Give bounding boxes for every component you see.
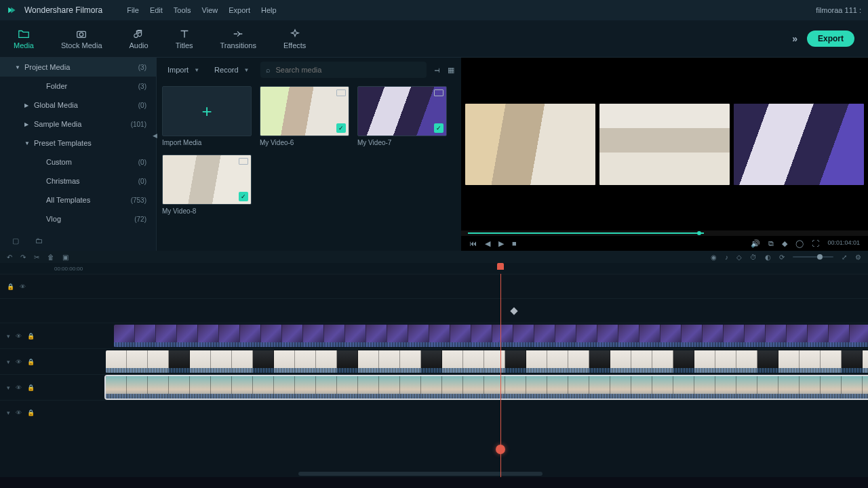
zoom-knob[interactable] (817, 254, 823, 260)
track-row-video-3[interactable]: ▾👁🔒 (0, 323, 868, 348)
eye-icon[interactable]: 👁 (16, 409, 22, 416)
keyframe-marker[interactable] (510, 307, 517, 314)
eye-icon[interactable]: 👁 (20, 283, 26, 290)
menu-tools[interactable]: Tools (174, 6, 191, 14)
timeline-clip[interactable] (114, 325, 868, 347)
color-icon[interactable]: ◐ (765, 253, 771, 261)
sidebar-item-christmas[interactable]: Christmas(0) (0, 171, 156, 190)
render-icon[interactable]: ⟳ (779, 253, 785, 261)
tab-media[interactable]: Media (14, 28, 34, 49)
keyframe-icon[interactable]: ◇ (736, 253, 742, 261)
undo-icon[interactable]: ↶ (7, 253, 12, 261)
lock-icon[interactable]: 🔒 (27, 359, 35, 365)
speed-icon[interactable]: ⏱ (750, 253, 757, 261)
media-item-my-video-6[interactable]: ✓My Video-6 (260, 86, 349, 146)
sidebar-item-count: (3) (138, 83, 146, 90)
search-input[interactable] (276, 66, 422, 74)
stop-button[interactable]: ■ (512, 239, 517, 248)
more-tabs-icon[interactable]: » (792, 33, 797, 44)
media-toolbar: Import▼ Record▼ ⌕ ⫤ ▦ (157, 58, 461, 82)
zoom-slider[interactable] (793, 256, 833, 258)
menu-help[interactable]: Help (261, 6, 277, 14)
caret-icon: ▼ (24, 140, 30, 146)
sidebar-item-project-media[interactable]: ▼Project Media(3) (0, 58, 156, 77)
lock-icon[interactable]: 🔒 (27, 384, 35, 391)
play-button[interactable]: ▶ (498, 239, 504, 248)
timeline-clip[interactable] (106, 350, 868, 373)
scrubber-handle[interactable] (697, 231, 701, 235)
lock-icon[interactable]: 🔒 (27, 409, 35, 416)
step-back-button[interactable]: ◀ (485, 239, 490, 248)
collapse-icon[interactable]: ▾ (7, 409, 10, 416)
collapse-icon[interactable]: ▾ (7, 384, 10, 391)
marker-icon[interactable]: ◆ (782, 239, 787, 248)
preview-viewport[interactable] (461, 58, 868, 230)
snapshot-icon[interactable]: ⧉ (768, 239, 774, 248)
record-dropdown[interactable]: Record▼ (210, 63, 253, 77)
media-item-my-video-7[interactable]: ✓My Video-7 (357, 86, 447, 146)
sidebar-item-folder[interactable]: Folder(3) (0, 77, 156, 96)
playhead-handle[interactable] (497, 263, 504, 270)
lock-icon[interactable]: 🔒 (27, 333, 35, 340)
import-media-thumb[interactable]: + (162, 86, 252, 136)
tab-stock-media[interactable]: Stock Media (61, 28, 102, 49)
grid-view-icon[interactable]: ▦ (448, 66, 454, 75)
export-button[interactable]: Export (807, 30, 854, 47)
search-media[interactable]: ⌕ (260, 62, 427, 78)
collapse-icon[interactable]: ▾ (7, 333, 10, 340)
settings-icon[interactable]: ⚙ (855, 253, 861, 261)
eye-icon[interactable]: 👁 (16, 359, 22, 365)
new-root-folder-icon[interactable]: ▢ (12, 237, 19, 245)
menu-edit[interactable]: Edit (150, 6, 163, 14)
record-vo-icon[interactable]: ◉ (711, 253, 717, 261)
menu-file[interactable]: File (127, 6, 139, 14)
timeline-ruler[interactable]: 00:00:00:00 (0, 263, 868, 274)
track-row-audio[interactable]: ▾👁🔒 (0, 400, 868, 424)
tab-transitions[interactable]: Transitions (220, 28, 256, 49)
eye-icon[interactable]: 👁 (16, 333, 22, 340)
delete-icon[interactable]: 🗑 (47, 253, 54, 261)
eye-icon[interactable]: 👁 (16, 384, 22, 391)
redo-icon[interactable]: ↷ (20, 253, 26, 261)
timeline-clip[interactable] (106, 376, 868, 399)
tab-audio[interactable]: Audio (130, 28, 149, 49)
lock-icon[interactable]: 🔒 (7, 283, 14, 290)
volume-icon[interactable]: 🔊 (751, 239, 760, 248)
cut-icon[interactable]: ✂ (34, 253, 39, 261)
sidebar-item-label: Vlog (46, 215, 61, 223)
prev-frame-button[interactable]: ⏮ (469, 239, 477, 248)
track-row-video-2[interactable]: ▾👁🔒 (0, 348, 868, 374)
zoom-fit-icon[interactable]: ⤢ (842, 253, 847, 261)
playhead-end-icon[interactable] (496, 445, 505, 454)
media-item-my-video-8[interactable]: ✓My Video-8 (162, 155, 252, 215)
new-folder-icon[interactable]: 🗀 (35, 237, 43, 245)
collapse-icon[interactable]: ▾ (7, 359, 10, 365)
media-thumb[interactable]: ✓ (357, 86, 447, 136)
import-dropdown[interactable]: Import▼ (163, 63, 203, 77)
collapse-handle-icon[interactable]: ◀ (153, 132, 157, 139)
fullscreen-icon[interactable]: ⛶ (812, 239, 819, 248)
media-thumb[interactable]: ✓ (260, 86, 349, 136)
track-row-video-1[interactable]: ▾👁🔒 (0, 374, 868, 400)
sidebar-item-all-templates[interactable]: All Templates(753) (0, 190, 156, 209)
media-item-label: Import Media (162, 139, 252, 146)
sidebar-item-label: Christmas (46, 177, 80, 185)
quality-icon[interactable]: ◯ (795, 239, 804, 248)
menu-export[interactable]: Export (229, 6, 250, 14)
sidebar-item-vlog[interactable]: Vlog(72) (0, 209, 156, 228)
sidebar-item-global-media[interactable]: ▶Global Media(0) (0, 96, 156, 115)
menu-view[interactable]: View (202, 6, 218, 14)
sidebar-item-sample-media[interactable]: ▶Sample Media(101) (0, 115, 156, 134)
preview-scrubber[interactable] (461, 230, 868, 236)
mixer-icon[interactable]: ♪ (725, 253, 728, 261)
media-thumb[interactable]: ✓ (162, 155, 252, 205)
sidebar-item-custom[interactable]: Custom(0) (0, 152, 156, 171)
media-item-import-media[interactable]: +Import Media (162, 86, 252, 146)
tab-titles[interactable]: Titles (176, 28, 193, 49)
filter-icon[interactable]: ⫤ (433, 66, 441, 74)
tab-effects[interactable]: Effects (283, 28, 306, 49)
crop-icon[interactable]: ▣ (62, 253, 68, 261)
clip-badge-icon (239, 158, 248, 165)
sidebar-item-preset-templates[interactable]: ▼Preset Templates (0, 134, 156, 152)
timeline-scrollbar[interactable] (298, 472, 542, 476)
